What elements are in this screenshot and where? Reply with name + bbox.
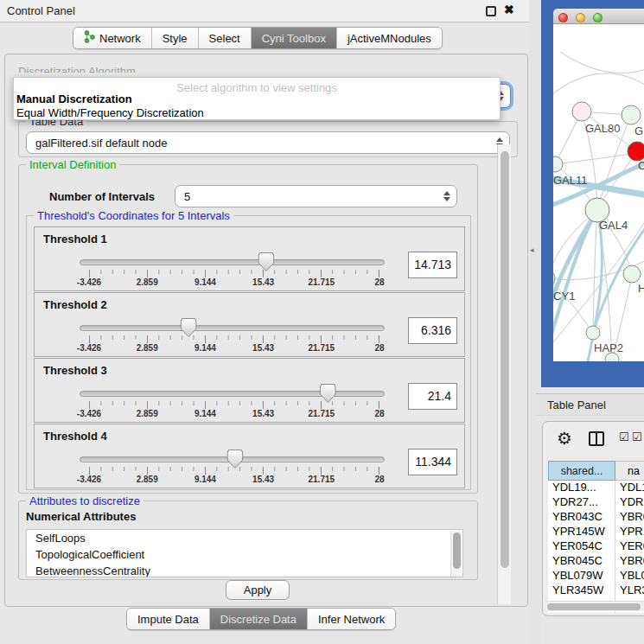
threshold-4-label: Threshold 4 <box>43 430 107 443</box>
tick-label: 28 <box>374 343 384 353</box>
select-all-checkbox-icon[interactable]: ☑ <box>619 430 629 443</box>
table-cell[interactable]: YER054C <box>548 539 615 554</box>
tab-cyni-toolbox[interactable]: Cyni Toolbox <box>252 28 337 48</box>
panel-scrollbar[interactable] <box>497 144 511 604</box>
node-hap2[interactable] <box>586 326 600 340</box>
attributes-group-label: Attributes to discretize <box>26 494 143 507</box>
tab-select[interactable]: Select <box>199 28 252 48</box>
tab-style[interactable]: Style <box>152 28 199 48</box>
slider-thumb[interactable] <box>320 384 336 403</box>
threshold-2-value[interactable]: 6.316 <box>408 317 457 344</box>
network-window-titlebar[interactable] <box>553 9 644 24</box>
attribute-item[interactable]: SelfLoops <box>27 530 462 546</box>
table-data-group: Table Data galFiltered.sif default node <box>18 121 518 157</box>
tab-network[interactable]: Network <box>73 28 152 48</box>
tab-discretize-data[interactable]: Discretize Data <box>210 609 308 629</box>
threshold-4-slider[interactable]: -3.4262.8599.14415.4321.71528 <box>80 450 385 487</box>
table-row[interactable]: YDL19...YDL1 <box>548 481 644 495</box>
threshold-3-slider[interactable]: -3.4262.8599.14415.4321.71528 <box>80 385 385 421</box>
table-cell[interactable]: YPR145W <box>548 525 615 539</box>
slider-track[interactable] <box>80 325 385 331</box>
table-row[interactable]: YBL079WYBL0 <box>548 569 644 583</box>
table-cell[interactable]: YBR0 <box>615 554 644 569</box>
popup-item-manual-discretization[interactable]: Manual Discretization <box>16 92 132 105</box>
attribute-item[interactable]: BetweennessCentrality <box>27 563 462 577</box>
tab-network-label: Network <box>99 32 141 45</box>
node-red-selected[interactable] <box>628 142 644 161</box>
tick-label: 15.43 <box>252 409 274 418</box>
table-data-combobox[interactable]: galFiltered.sif default node <box>26 131 510 154</box>
node-top-right[interactable] <box>622 105 641 124</box>
apply-button[interactable]: Apply <box>226 580 290 600</box>
table-cell[interactable]: YBL0 <box>615 569 644 583</box>
table-cell[interactable]: YDR27... <box>548 495 615 510</box>
table-hscrollbar[interactable] <box>545 601 644 611</box>
table-cell[interactable]: YER0 <box>615 539 644 554</box>
threshold-4-value[interactable]: 11.344 <box>408 449 457 475</box>
column-header-shared-name[interactable]: shared... <box>548 461 615 481</box>
table-row[interactable]: YDR27...YDR2 <box>548 495 644 510</box>
tab-jactivemnodules[interactable]: jActiveMNodules <box>337 28 442 48</box>
table-hscroll-thumb[interactable] <box>547 603 641 610</box>
table-row[interactable]: YBR043CYBR0 <box>548 510 644 525</box>
column-header-name[interactable]: na <box>615 461 644 481</box>
slider-track[interactable] <box>80 259 385 265</box>
table-cell[interactable]: YBL079W <box>548 569 615 583</box>
threshold-3-value[interactable]: 21.4 <box>408 383 457 410</box>
panel-title: Control Panel <box>7 4 75 17</box>
attributes-group: Attributes to discretize Numerical Attri… <box>18 501 478 580</box>
columns-icon[interactable] <box>589 431 604 446</box>
threshold-1-panel: Threshold 1 -3.4262.8599.14415.4321.7152… <box>34 226 465 291</box>
table-cell[interactable]: YPR1 <box>615 525 644 539</box>
list-scroll-thumb[interactable] <box>453 532 461 569</box>
threshold-1-value[interactable]: 14.713 <box>408 252 457 278</box>
tick-label: 9.144 <box>194 475 216 484</box>
slider-thumb[interactable] <box>258 252 274 271</box>
popup-item-equal-width[interactable]: Equal Width/Frequency Discretization <box>16 106 204 119</box>
threshold-2-panel: Threshold 2 -3.4262.8599.14415.4321.7152… <box>34 292 465 357</box>
slider-track[interactable] <box>80 391 385 397</box>
tick-label: 21.715 <box>309 409 335 418</box>
close-traffic-light[interactable] <box>558 13 568 22</box>
node-gal80[interactable] <box>572 102 591 121</box>
threshold-4-panel: Threshold 4 -3.4262.8599.14415.4321.7152… <box>34 424 465 488</box>
table-cell[interactable]: YDR2 <box>615 495 644 510</box>
tick-label: 2.859 <box>137 409 158 418</box>
combo-arrows-icon <box>443 191 450 201</box>
gear-icon[interactable]: ⚙ <box>557 428 572 449</box>
table-cell[interactable]: YLR3 <box>615 583 644 598</box>
slider-thumb[interactable] <box>181 318 197 337</box>
node-right-mid[interactable] <box>623 265 641 283</box>
tab-impute-data[interactable]: Impute Data <box>127 609 210 629</box>
table-row[interactable]: YLR345WYLR3 <box>548 583 644 598</box>
table-cell[interactable]: YBR043C <box>548 510 615 525</box>
minimize-traffic-light[interactable] <box>576 13 585 22</box>
table-cell[interactable]: YBR0 <box>615 510 644 525</box>
splitter-handle-icon[interactable]: ◂ <box>530 245 534 254</box>
list-scrollbar[interactable] <box>450 531 462 577</box>
slider-thumb[interactable] <box>226 450 243 469</box>
float-window-icon[interactable] <box>486 6 496 16</box>
table-cell[interactable]: YDL1 <box>615 481 644 495</box>
panel-scroll-thumb[interactable] <box>501 151 509 568</box>
attribute-item[interactable]: TopologicalCoefficient <box>27 546 462 563</box>
numerical-attributes-list[interactable]: SelfLoopsTopologicalCoefficientBetweenne… <box>26 529 463 577</box>
threshold-2-slider[interactable]: -3.4262.8599.14415.4321.71528 <box>80 319 385 355</box>
table-row[interactable]: YER054CYER0 <box>548 539 644 554</box>
tab-infer-label: Infer Network <box>318 613 385 626</box>
table-row[interactable]: YBR045CYBR0 <box>548 554 644 569</box>
threshold-1-slider[interactable]: -3.4262.8599.14415.4321.71528 <box>80 253 385 290</box>
select-some-checkbox-icon[interactable]: ☑ <box>632 430 642 443</box>
number-of-intervals-combobox[interactable]: 5 <box>175 185 457 207</box>
table-row[interactable]: YPR145WYPR1 <box>548 525 644 539</box>
tab-infer-network[interactable]: Infer Network <box>308 609 395 629</box>
network-canvas[interactable]: GAL80 G C GAL11 GAL4 GCY1 H HAP2 <box>553 24 644 361</box>
tick-label: 21.715 <box>309 475 335 484</box>
zoom-traffic-light[interactable] <box>593 13 603 22</box>
table-cell[interactable]: YLR345W <box>548 583 615 598</box>
threshold-2-label: Threshold 2 <box>43 298 107 311</box>
panel-splitter[interactable] <box>529 0 541 644</box>
close-icon[interactable]: ✖ <box>504 3 514 16</box>
table-cell[interactable]: YBR045C <box>548 554 615 569</box>
table-cell[interactable]: YDL19... <box>548 481 615 495</box>
